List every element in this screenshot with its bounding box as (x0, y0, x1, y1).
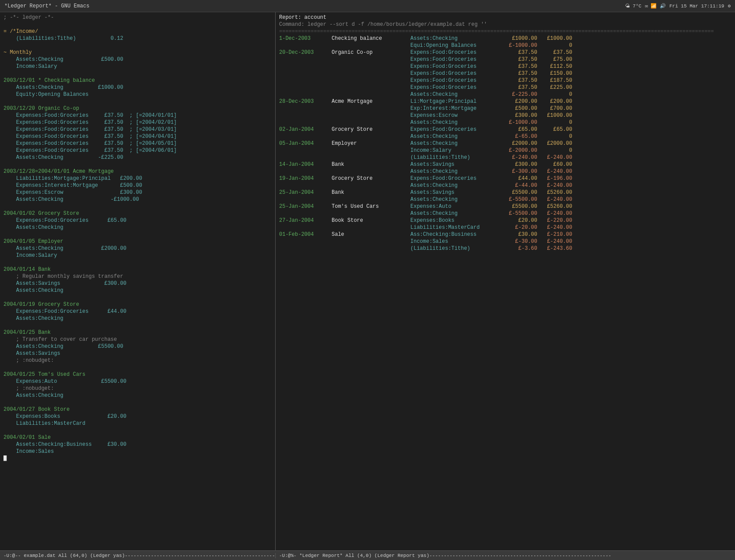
row-account: Expens:Food:Groceries (410, 175, 502, 182)
left-pane-line: Expenses:Food:Groceries £37.50 ; [=2004/… (4, 140, 272, 147)
left-pane-content[interactable]: ; -*- ledger -*- = /*Income/ (Liabilitie… (0, 12, 275, 550)
row-total: £-240.00 (537, 238, 572, 245)
left-pane-line: 2004/01/02 Grocery Store (4, 210, 272, 217)
row-account: Assets:Checking (410, 210, 502, 217)
row-date: 01-Feb-2004 (279, 231, 332, 238)
row-account: Ass:Checking:Business (410, 231, 502, 238)
row-total: £65.00 (537, 126, 572, 133)
left-pane-line: Assets:Checking -£1000.00 (4, 196, 272, 203)
row-amount: £-65.00 (502, 133, 537, 140)
left-pane-line (4, 259, 272, 266)
row-total: £-196.00 (537, 175, 572, 182)
report-row: Assets:Checking£-5500.00£-240.00 (279, 196, 732, 203)
left-pane-line: 2004/01/05 Employer (4, 238, 272, 245)
row-amount: £-225.00 (502, 91, 537, 98)
row-amount: £-2000.00 (502, 147, 537, 154)
left-pane-line (4, 203, 272, 210)
row-date (279, 42, 332, 49)
row-account: Equi:Opening Balances (410, 42, 502, 49)
report-row: Assets:Checking£-300.00£-240.00 (279, 168, 732, 175)
system-icons: ✉ 📶 🔊 (645, 3, 666, 9)
row-total: £-243.60 (537, 245, 572, 252)
row-total: £-240.00 (537, 154, 572, 161)
row-total: £-240.00 (537, 224, 572, 231)
row-description: Bank (332, 161, 410, 168)
left-pane-line (4, 364, 272, 371)
row-amount: £5500.00 (502, 189, 537, 196)
row-description (332, 112, 410, 119)
row-description: Sale (332, 231, 410, 238)
row-description (332, 105, 410, 112)
left-pane-line: Assets:Checking £2000.00 (4, 245, 272, 252)
row-description (332, 224, 410, 231)
row-account: Assets:Checking (410, 196, 502, 203)
row-description (332, 42, 410, 49)
row-description (332, 84, 410, 91)
row-total: 0 (537, 133, 572, 140)
statusbar-right: -U:@%- *Ledger Report* All (4,0) (Ledger… (276, 553, 735, 558)
row-account: Expenses:Escrow (410, 112, 502, 119)
left-pane-line: Income:Sales (4, 448, 272, 455)
row-date: 28-Dec-2003 (279, 98, 332, 105)
row-date (279, 147, 332, 154)
row-date (279, 154, 332, 161)
report-row: 25-Jan-2004BankAssets:Savings£5500.00£52… (279, 189, 732, 196)
row-account: Expens:Food:Groceries (410, 56, 502, 63)
row-total: 0 (537, 42, 572, 49)
row-date (279, 224, 332, 231)
statusbar: -U:@-- example.dat All (64,0) (Ledger ya… (0, 550, 735, 560)
row-total: £75.00 (537, 56, 572, 63)
row-date (279, 210, 332, 217)
row-amount: £37.50 (502, 84, 537, 91)
left-pane-line: Assets:Checking £5500.00 (4, 343, 272, 350)
row-amount: £300.00 (502, 112, 537, 119)
row-date (279, 182, 332, 189)
left-pane-line: Assets:Checking -£225.00 (4, 154, 272, 161)
row-amount: £2000.00 (502, 140, 537, 147)
row-total: £200.00 (537, 98, 572, 105)
left-pane-line: Expenses:Food:Groceries £37.50 ; [=2004/… (4, 112, 272, 119)
row-description (332, 238, 410, 245)
row-account: Assets:Checking (410, 140, 502, 147)
row-date (279, 133, 332, 140)
row-amount: £-20.00 (502, 224, 537, 231)
row-account: Expens:Food:Groceries (410, 126, 502, 133)
left-pane-line: Liabilities:MasterCard (4, 420, 272, 427)
left-pane-line: (Liabilities:Tithe) 0.12 (4, 35, 272, 42)
row-description (332, 245, 410, 252)
left-pane-line (4, 161, 272, 168)
row-total: £-220.00 (537, 217, 572, 224)
row-date (279, 105, 332, 112)
left-pane-line: Assets:Checking (4, 315, 272, 322)
row-amount: £37.50 (502, 77, 537, 84)
row-account: Income:Salary (410, 147, 502, 154)
report-row: Assets:Checking£-65.000 (279, 133, 732, 140)
row-date (279, 91, 332, 98)
row-total: £37.50 (537, 49, 572, 56)
row-date (279, 168, 332, 175)
left-pane-line: Expenses:Books £20.00 (4, 413, 272, 420)
settings-icon[interactable]: ⚙ (728, 3, 731, 9)
left-pane-line (4, 427, 272, 434)
report-separator: ========================================… (279, 28, 732, 35)
row-total: £5260.00 (537, 203, 572, 210)
row-date (279, 63, 332, 70)
left-pane-line (4, 294, 272, 301)
row-amount: £44.00 (502, 175, 537, 182)
row-date (279, 245, 332, 252)
right-pane-content[interactable]: Report: accountCommand: ledger --sort d … (276, 12, 735, 550)
report-row: 01-Feb-2004SaleAss:Checking:Business£30.… (279, 231, 732, 238)
left-pane-line: Expenses:Food:Groceries £37.50 ; [=2004/… (4, 147, 272, 154)
titlebar-right: 🌤 7°C ✉ 📶 🔊 Fri 15 Mar 17:11:19 ⚙ (625, 3, 731, 9)
left-pane-line (4, 399, 272, 406)
left-pane-line: Expenses:Food:Groceries £37.50 ; [=2004/… (4, 133, 272, 140)
left-pane-line: Equity:Opening Balances (4, 91, 272, 98)
row-total: £187.50 (537, 77, 572, 84)
report-row: Assets:Checking£-44.00£-240.00 (279, 182, 732, 189)
row-account: Expenses:Books (410, 217, 502, 224)
left-pane-line: ; -*- ledger -*- (4, 14, 272, 21)
left-pane-line: Assets:Checking (4, 287, 272, 294)
row-description: Grocery Store (332, 175, 410, 182)
row-description (332, 63, 410, 70)
row-amount: £-44.00 (502, 182, 537, 189)
